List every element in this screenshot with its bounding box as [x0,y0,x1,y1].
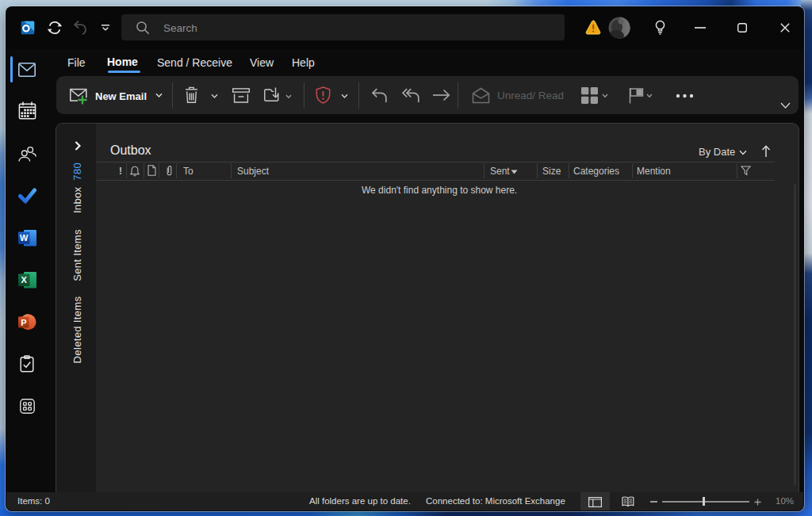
svg-text:W: W [20,233,29,243]
svg-text:P: P [21,318,26,327]
svg-text:X: X [21,275,28,285]
